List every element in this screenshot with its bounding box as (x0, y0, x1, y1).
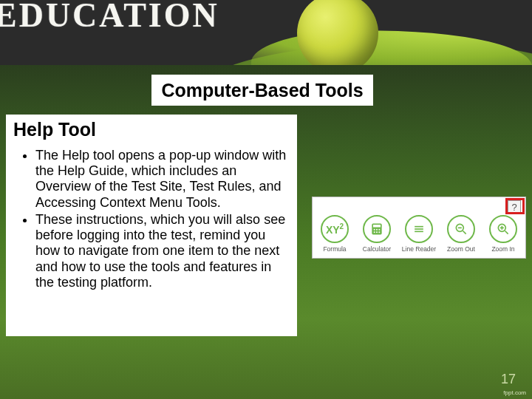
content-box: Help Tool The Help tool opens a pop-up w… (6, 115, 297, 336)
tool-label: Zoom Out (447, 245, 475, 253)
calculator-icon (363, 215, 391, 243)
page-number: 17 (501, 372, 516, 387)
svg-point-4 (378, 229, 380, 231)
apple-graphic (297, 0, 378, 65)
svg-point-7 (378, 231, 380, 233)
slide-title: Computer-Based Tools (161, 80, 363, 101)
bullet-list: The Help tool opens a pop-up window with… (13, 148, 290, 290)
slide-banner: EDUCATION (0, 0, 532, 65)
zoom-out-icon (447, 215, 475, 243)
svg-point-6 (376, 231, 378, 233)
zoom-in-icon (489, 215, 517, 243)
footer-credit: fppt.com (503, 389, 526, 396)
slide-title-box: Computer-Based Tools (151, 75, 373, 106)
svg-point-2 (374, 229, 375, 231)
svg-point-5 (374, 231, 375, 233)
svg-line-13 (463, 231, 466, 234)
svg-point-3 (376, 229, 378, 231)
tool-label: Line Reader (402, 245, 436, 253)
tool-zoom-out[interactable]: Zoom Out (443, 215, 479, 253)
banner-chalk-text: EDUCATION (0, 0, 219, 35)
svg-line-17 (505, 231, 508, 234)
section-subheading: Help Tool (13, 119, 290, 140)
tool-calculator[interactable]: Calculator (359, 215, 395, 253)
help-icon[interactable]: ? (508, 200, 521, 214)
tool-label: Calculator (363, 245, 391, 253)
svg-rect-1 (373, 225, 381, 227)
bullet-item: These instructions, which you will also … (35, 212, 290, 290)
tool-linereader[interactable]: Line Reader (401, 215, 437, 253)
bullet-item: The Help tool opens a pop-up window with… (35, 148, 290, 211)
toolbar-screenshot: ? XY2 Formula Calculator Line Reader Zoo… (312, 197, 526, 259)
tool-label: Formula (323, 245, 346, 253)
line-reader-icon (405, 215, 433, 243)
tool-zoom-in[interactable]: Zoom In (485, 215, 521, 253)
banner-swoosh-front (250, 24, 532, 65)
formula-icon: XY2 (321, 215, 349, 243)
tool-formula[interactable]: XY2 Formula (317, 215, 352, 253)
tool-label: Zoom In (491, 245, 514, 253)
